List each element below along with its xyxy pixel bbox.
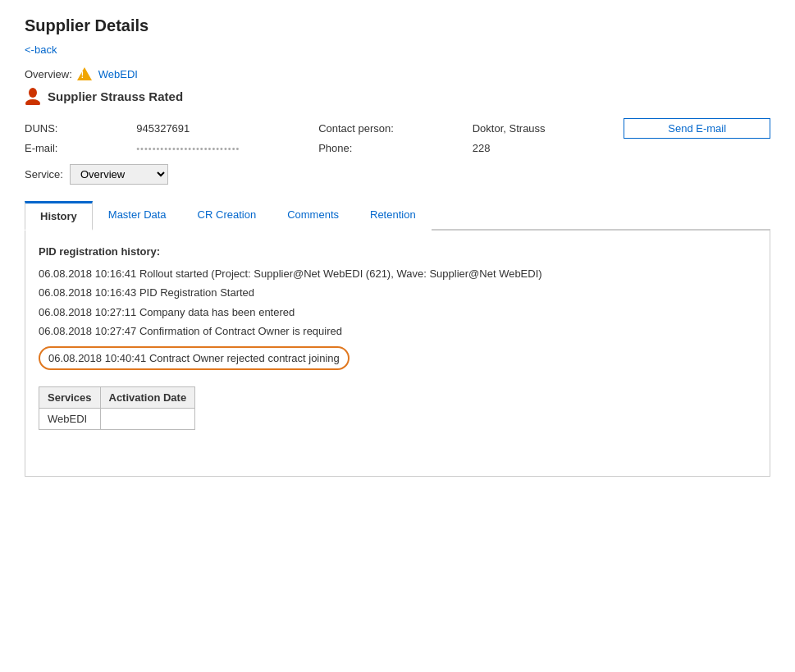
services-table-row-1: WebEDI [39, 408, 195, 429]
service-label: Service: [25, 168, 63, 181]
tab-master-data[interactable]: Master Data [93, 201, 182, 231]
history-entry-3: 06.08.2018 10:27:11 Company data has bee… [39, 303, 756, 322]
supplier-name-row: Supplier Strauss Rated [25, 87, 770, 105]
history-entry-1: 06.08.2018 10:16:41 Rollout started (Pro… [39, 264, 756, 283]
info-grid: DUNS: 945327691 Contact person: Doktor, … [25, 118, 770, 154]
person-icon [25, 87, 41, 105]
contact-value: Doktor, Strauss [473, 122, 616, 135]
services-cell-service: WebEDI [39, 408, 101, 429]
svg-point-0 [29, 88, 37, 98]
activation-date-col-header: Activation Date [100, 386, 195, 408]
overview-label: Overview: [25, 68, 72, 80]
page-title: Supplier Details [25, 16, 770, 35]
overview-link[interactable]: WebEDI [98, 68, 138, 80]
tab-history[interactable]: History [25, 201, 93, 231]
send-email-button[interactable]: Send E-mail [624, 118, 770, 139]
overview-row: Overview: WebEDI [25, 67, 770, 80]
tab-comments[interactable]: Comments [272, 201, 354, 231]
history-entry-2: 06.08.2018 10:16:43 PID Registration Sta… [39, 283, 756, 302]
services-cell-date [100, 408, 195, 429]
history-entries: 06.08.2018 10:16:41 Rollout started (Pro… [39, 264, 756, 372]
email-label: E-mail: [25, 142, 128, 154]
duns-value: 945327691 [136, 122, 310, 135]
history-section-title: PID registration history: [39, 245, 756, 258]
tab-cr-creation[interactable]: CR Creation [182, 201, 272, 231]
tab-content-history: PID registration history: 06.08.2018 10:… [25, 231, 770, 477]
phone-label: Phone: [318, 142, 464, 154]
svg-point-1 [25, 99, 40, 105]
phone-value: 228 [473, 142, 616, 154]
tab-retention[interactable]: Retention [354, 201, 432, 231]
duns-label: DUNS: [25, 122, 128, 135]
service-row: Service: Overview WebEDI EDI Portal [25, 164, 770, 185]
back-link[interactable]: <-back [25, 43, 57, 56]
warning-icon [77, 67, 92, 80]
email-value: •••••••••••••••••••••••••• [136, 144, 310, 153]
history-entry-4: 06.08.2018 10:27:47 Confirmation of Cont… [39, 322, 756, 341]
service-select[interactable]: Overview WebEDI EDI Portal [70, 164, 168, 185]
history-entry-5-highlighted: 06.08.2018 10:40:41 Contract Owner rejec… [39, 346, 350, 370]
tabs-container: History Master Data CR Creation Comments… [25, 199, 770, 231]
services-col-header: Services [39, 386, 101, 408]
services-table: Services Activation Date WebEDI [39, 386, 195, 430]
supplier-name: Supplier Strauss Rated [48, 89, 183, 103]
contact-label: Contact person: [318, 122, 464, 135]
